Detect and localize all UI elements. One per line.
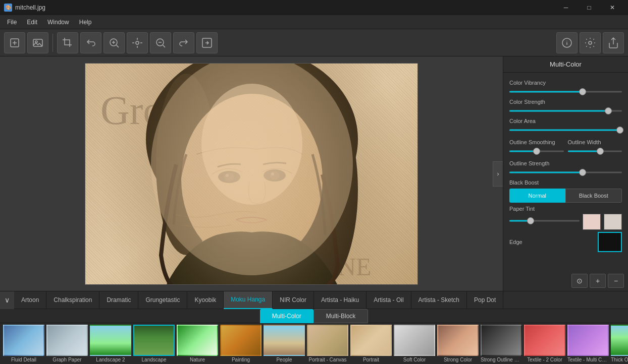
settings-button[interactable] [580,32,601,53]
menu-help[interactable]: Help [74,17,97,28]
edge-row: Edge [509,232,622,252]
svg-point-17 [218,171,240,183]
thumbnail-label-1: Graph Paper [53,357,81,362]
thumbnail-label-4: Nature [190,357,205,362]
thumbnail-label-2: Landscape 2 [96,357,125,362]
info-button[interactable] [556,32,578,53]
outline-smoothing-thumb[interactable] [533,148,540,155]
paper-tint-slider[interactable] [509,217,580,225]
maximize-button[interactable]: □ [578,0,601,15]
filter-tab-artista-sketch[interactable]: Artista - Sketch [411,291,467,309]
outline-width-fill [568,151,601,152]
zoom-in-button[interactable] [103,32,125,53]
thumbnail-item-0[interactable]: Fluid Detail [3,325,44,362]
filter-tab-artista-haiku[interactable]: Artista - Haiku [314,291,367,309]
thumbnail-item-1[interactable]: Graph Paper [46,325,88,362]
outline-width-thumb[interactable] [597,148,604,155]
thumbnail-label-9: Soft Color [403,357,426,362]
thumbnail-item-7[interactable]: Portrait - Canvas [307,325,348,362]
close-button[interactable]: ✕ [601,0,624,15]
paper-tint-row [509,214,622,230]
color-strength-slider[interactable] [509,107,622,115]
outline-smoothing-fill [509,151,537,152]
paper-tint-color2[interactable] [604,214,622,230]
outline-smoothing-slider[interactable] [509,147,564,155]
filter-tab-moku-hanga[interactable]: Moku Hanga [224,291,273,309]
filter-tab-dramatic[interactable]: Dramatic [99,291,138,309]
color-area-thumb[interactable] [616,127,623,134]
outline-strength-track [509,172,622,173]
thumbnail-item-2[interactable]: Landscape 2 [90,325,131,362]
black-boost-normal-button[interactable]: Normal [509,189,565,203]
export-button[interactable] [196,32,218,53]
pan-button[interactable] [127,32,148,53]
thumbnail-item-11[interactable]: Strong Outline Soft Color [481,325,522,362]
filter-tab-pop-dot[interactable]: Pop Dot [467,291,503,309]
outline-width-slider[interactable] [568,147,622,155]
thumbnail-label-13: Textile - Multi Color [567,357,609,362]
panel-zoom-out[interactable]: − [608,274,624,288]
filter-tabs-container: Artoon Chalkspiration Dramatic Grungetas… [14,291,628,309]
load-image-button[interactable] [27,32,48,53]
outline-strength-slider[interactable] [509,168,622,176]
filter-tab-kyoobik[interactable]: Kyoobik [187,291,224,309]
menu-window[interactable]: Window [42,17,74,28]
paper-tint-thumb[interactable] [527,217,534,224]
app-icon: 🎨 [4,4,12,12]
thumbnail-item-3[interactable]: Landscape [133,325,175,362]
thumbnail-item-4[interactable]: Nature [177,325,218,362]
outline-width-col: Outline Width [568,136,622,157]
outline-strength-thumb[interactable] [579,169,586,176]
sub-tab-multi-block[interactable]: Multi-Block [313,309,369,323]
thumbnail-image-11 [481,325,522,356]
auto-adjust-button[interactable] [4,32,25,53]
rotate-button[interactable] [80,32,101,53]
color-strength-thumb[interactable] [605,107,612,114]
color-vibrancy-slider[interactable] [509,88,622,96]
menu-edit[interactable]: Edit [22,17,42,28]
sub-tab-multi-color[interactable]: Multi-Color [260,309,313,323]
thumbnail-image-10 [437,325,479,356]
redo-button[interactable] [173,32,194,53]
thumbnail-label-6: People [276,357,292,362]
thumbnail-image-13 [567,325,609,356]
thumbnail-image-9 [394,325,435,356]
share-button[interactable] [603,32,624,53]
thumbnail-item-5[interactable]: Painting [220,325,261,362]
filter-tab-chalkspiration[interactable]: Chalkspiration [46,291,99,309]
panel-action-1[interactable]: ⊙ [571,274,588,288]
thumbnail-item-10[interactable]: Strong Color [437,325,479,362]
thumbnail-item-6[interactable]: People [264,325,305,362]
thumbnail-item-9[interactable]: Soft Color [394,325,435,362]
black-boost-toggle[interactable]: Normal Black Boost [509,189,622,203]
thumbnail-item-14[interactable]: Thick Outline Low Color [611,325,628,362]
menu-bar: File Edit Window Help [0,15,628,29]
filter-tab-artista-oil[interactable]: Artista - Oil [367,291,411,309]
filter-tab-artoon[interactable]: Artoon [14,291,46,309]
title-bar-controls[interactable]: ─ □ ✕ [554,0,624,15]
zoom-out-button[interactable] [150,32,171,53]
thumbnail-item-12[interactable]: Textile - 2 Color [524,325,565,362]
outline-row: Outline Smoothing Outline Width [509,136,622,157]
thumbnail-item-8[interactable]: Portrait [350,325,392,362]
filter-scroll-left[interactable]: ∨ [0,291,14,309]
minimize-button[interactable]: ─ [554,0,578,15]
svg-point-22 [271,172,274,175]
thumbnail-item-13[interactable]: Textile - Multi Color [567,325,609,362]
color-area-slider[interactable] [509,126,622,134]
filter-tab-grungetastic[interactable]: Grungetastic [138,291,187,309]
color-vibrancy-thumb[interactable] [579,88,586,95]
filter-tab-nir-color[interactable]: NIR Color [273,291,314,309]
edge-color-swatch[interactable] [598,232,622,252]
thumbnail-image-0 [3,325,44,356]
canvas-area[interactable]: Grou NE [0,56,503,291]
crop-button[interactable] [57,32,78,53]
thumbnail-image-3 [133,325,175,356]
menu-file[interactable]: File [2,17,22,28]
panel-zoom-in[interactable]: + [590,274,606,288]
black-boost-boost-button[interactable]: Black Boost [565,189,622,203]
sub-tabs: Multi-Color Multi-Block [0,309,628,323]
thumbnail-image-14 [611,325,628,356]
panel-collapse-button[interactable]: › [493,161,503,187]
paper-tint-color1[interactable] [583,214,601,230]
